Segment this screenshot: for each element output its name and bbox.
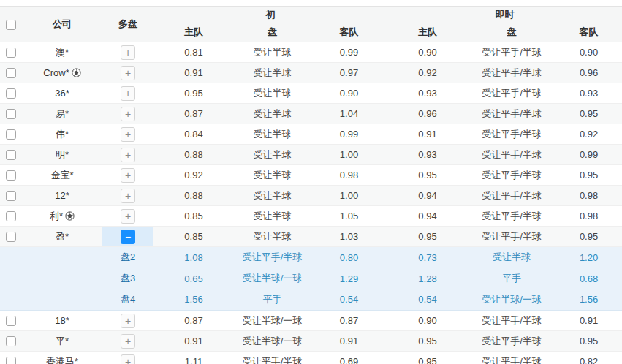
row-select-cell <box>0 206 22 227</box>
odds-row: Crow*+0.91受让半球0.970.92受让平手/半球0.96 <box>0 63 622 83</box>
live-home-odds: 0.93 <box>387 145 468 165</box>
row-select-cell <box>0 352 22 364</box>
expand-row-button[interactable]: + <box>121 314 135 328</box>
expand-row-button[interactable]: + <box>121 189 135 203</box>
init-handicap: 受让半球 <box>234 227 311 247</box>
init-away-odds: 0.54 <box>311 289 387 311</box>
live-handicap: 受让平手/半球 <box>468 104 555 124</box>
col-header-init-home: 主队 <box>153 23 234 42</box>
odds-row: 盈*−0.85受让半球1.030.95受让平手/半球0.95 <box>0 227 622 247</box>
company-cell: 12* <box>22 186 102 206</box>
live-home-odds: 0.95 <box>387 165 468 186</box>
live-handicap: 受让半球/一球 <box>468 289 555 311</box>
company-name: 36* <box>55 88 69 99</box>
expand-row-button[interactable]: + <box>121 127 135 142</box>
init-home-odds: 0.87 <box>153 104 234 124</box>
company-cell: 香港马* <box>22 352 102 364</box>
init-home-odds: 0.91 <box>153 331 234 352</box>
col-group-live: 即时 <box>387 7 622 23</box>
select-all-cell <box>0 7 22 42</box>
live-away-odds: 0.95 <box>555 104 622 124</box>
company-name: 澳* <box>56 47 69 58</box>
row-checkbox[interactable] <box>6 109 16 119</box>
expand-row-button[interactable]: + <box>121 45 135 60</box>
live-away-odds: 0.68 <box>555 268 622 289</box>
live-away-odds: 0.98 <box>555 206 622 227</box>
init-handicap: 受让平手/半球 <box>234 247 311 268</box>
init-handicap: 受让半球 <box>234 165 311 186</box>
init-home-odds: 0.88 <box>153 145 234 165</box>
expand-row-button[interactable]: + <box>121 107 135 121</box>
live-handicap: 受让平手/半球 <box>468 186 555 206</box>
live-away-odds: 1.20 <box>555 247 622 268</box>
row-checkbox[interactable] <box>6 191 16 201</box>
multi-odds-cell: + <box>102 104 153 124</box>
live-away-odds: 0.96 <box>555 63 622 83</box>
select-all-checkbox[interactable] <box>6 20 16 30</box>
row-checkbox[interactable] <box>6 150 16 160</box>
collapse-row-button[interactable]: − <box>121 230 135 244</box>
row-select-cell <box>0 42 22 63</box>
row-checkbox[interactable] <box>6 232 16 242</box>
init-handicap: 平手 <box>234 289 311 311</box>
row-checkbox[interactable] <box>6 316 16 326</box>
live-away-odds: 0.95 <box>555 331 622 352</box>
company-name: 金宝* <box>50 170 73 181</box>
live-home-odds: 0.95 <box>387 331 468 352</box>
odds-row: 利*+0.85受让半球1.050.94受让平手/半球0.98 <box>0 206 622 227</box>
sub-row-spacer <box>22 268 102 289</box>
soccer-ball-icon <box>65 211 75 221</box>
col-header-init-handicap: 盘 <box>234 23 311 42</box>
expand-row-button[interactable]: + <box>121 148 135 162</box>
live-home-odds: 0.95 <box>387 227 468 247</box>
row-checkbox[interactable] <box>6 48 16 58</box>
live-handicap: 受让平手/半球 <box>468 227 555 247</box>
company-cell: 盈* <box>22 227 102 247</box>
odds-row: 香港马*+1.11受让平手/半球0.690.95受让平手/半球0.82 <box>0 352 622 364</box>
live-home-odds: 0.91 <box>387 124 468 145</box>
sub-row-spacer <box>0 268 22 289</box>
sub-row-spacer <box>22 289 102 311</box>
init-away-odds: 1.29 <box>311 268 387 289</box>
multi-odds-cell: + <box>102 165 153 186</box>
company-cell: 18* <box>22 311 102 331</box>
row-checkbox[interactable] <box>6 336 16 346</box>
expand-row-button[interactable]: + <box>121 209 135 224</box>
multi-odds-cell: + <box>102 124 153 145</box>
row-select-cell <box>0 145 22 165</box>
init-away-odds: 1.00 <box>311 186 387 206</box>
live-home-odds: 0.54 <box>387 289 468 311</box>
sub-handicap-label: 盘4 <box>102 289 153 311</box>
odds-row: 36*+0.95受让半球0.900.93受让平手/半球0.93 <box>0 83 622 104</box>
init-handicap: 受让半球 <box>234 124 311 145</box>
expand-row-button[interactable]: + <box>121 66 135 80</box>
odds-table-body: 澳*+0.81受让半球0.990.90受让平手/半球0.90Crow*+0.91… <box>0 42 622 364</box>
expand-row-button[interactable]: + <box>121 86 135 101</box>
odds-comparison-panel: 公司 多盘 初 即时 主队 盘 客队 主队 盘 客队 澳*+0.81受让半球0.… <box>0 0 622 364</box>
col-header-company: 公司 <box>22 7 102 42</box>
row-checkbox[interactable] <box>6 170 16 181</box>
row-checkbox[interactable] <box>6 357 16 364</box>
company-name: 18* <box>55 315 69 326</box>
row-checkbox[interactable] <box>6 129 16 140</box>
live-home-odds: 0.93 <box>387 83 468 104</box>
col-header-live-handicap: 盘 <box>468 23 555 42</box>
row-checkbox[interactable] <box>6 88 16 99</box>
expand-row-button[interactable]: + <box>121 354 135 364</box>
row-checkbox[interactable] <box>6 211 16 221</box>
expand-row-button[interactable]: + <box>121 334 135 349</box>
init-home-odds: 0.92 <box>153 165 234 186</box>
init-home-odds: 0.95 <box>153 83 234 104</box>
live-away-odds: 0.99 <box>555 145 622 165</box>
live-handicap: 受让平手/半球 <box>468 311 555 331</box>
company-cell: 易* <box>22 104 102 124</box>
multi-odds-cell: + <box>102 145 153 165</box>
row-checkbox[interactable] <box>6 68 16 78</box>
init-home-odds: 0.81 <box>153 42 234 63</box>
live-away-odds: 0.91 <box>555 311 622 331</box>
multi-odds-cell: + <box>102 83 153 104</box>
expand-row-button[interactable]: + <box>121 168 135 183</box>
init-home-odds: 0.65 <box>153 268 234 289</box>
init-handicap: 受让半球/一球 <box>234 311 311 331</box>
init-home-odds: 0.85 <box>153 227 234 247</box>
